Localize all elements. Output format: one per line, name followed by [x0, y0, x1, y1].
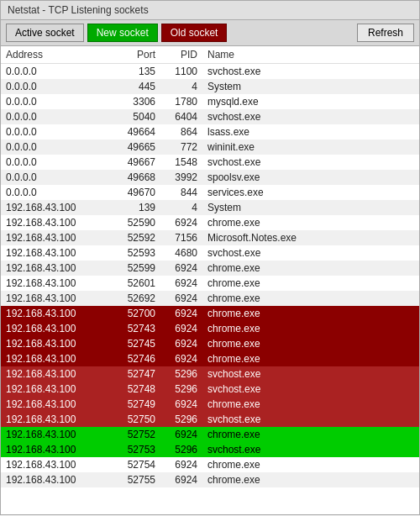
cell-pid: 5296 — [160, 382, 202, 397]
table-row: 192.168.43.100527505296svchost.exe — [1, 412, 419, 427]
cell-address: 192.168.43.100 — [1, 427, 110, 442]
cell-name: svchost.exe — [202, 412, 419, 427]
cell-port: 52753 — [110, 442, 160, 457]
cell-name: svchost.exe — [202, 245, 419, 261]
socket-table: Address Port PID Name 0.0.0.01351100svch… — [1, 46, 419, 487]
cell-pid: 1100 — [160, 64, 202, 80]
new-socket-tab[interactable]: New socket — [87, 24, 158, 42]
cell-pid: 6924 — [160, 291, 202, 306]
cell-pid: 844 — [160, 185, 202, 200]
cell-port: 52750 — [110, 412, 160, 427]
toolbar: Active socket New socket Old socket Refr… — [0, 19, 420, 46]
table-row: 0.0.0.0496671548svchost.exe — [1, 155, 419, 170]
cell-name: svchost.exe — [202, 109, 419, 124]
table-row: 0.0.0.049664864lsass.exe — [1, 124, 419, 140]
table-row: 192.168.43.100527436924chrome.exe — [1, 321, 419, 336]
cell-port: 52754 — [110, 457, 160, 472]
cell-pid: 6404 — [160, 109, 202, 124]
cell-address: 192.168.43.100 — [1, 245, 110, 261]
cell-port: 49670 — [110, 185, 160, 200]
header-pid: PID — [160, 46, 202, 64]
cell-address: 192.168.43.100 — [1, 457, 110, 472]
cell-pid: 5296 — [160, 366, 202, 382]
table-row: 192.168.43.100527475296svchost.exe — [1, 366, 419, 382]
cell-address: 0.0.0.0 — [1, 109, 110, 124]
cell-port: 49665 — [110, 140, 160, 155]
table-row: 0.0.0.033061780mysqld.exe — [1, 94, 419, 109]
cell-name: chrome.exe — [202, 261, 419, 276]
table-row: 192.168.43.100525927156Microsoft.Notes.e… — [1, 230, 419, 245]
header-port: Port — [110, 46, 160, 64]
table-row: 192.168.43.100527456924chrome.exe — [1, 336, 419, 351]
table-row: 192.168.43.100525996924chrome.exe — [1, 261, 419, 276]
cell-name: mysqld.exe — [202, 94, 419, 109]
cell-address: 0.0.0.0 — [1, 155, 110, 170]
old-socket-tab[interactable]: Old socket — [161, 24, 228, 42]
cell-name: chrome.exe — [202, 457, 419, 472]
table-row: 0.0.0.049665772wininit.exe — [1, 140, 419, 155]
cell-address: 192.168.43.100 — [1, 215, 110, 230]
cell-name: services.exe — [202, 185, 419, 200]
cell-port: 52590 — [110, 215, 160, 230]
table-row: 0.0.0.049670844services.exe — [1, 185, 419, 200]
cell-port: 52755 — [110, 472, 160, 487]
cell-name: spoolsv.exe — [202, 170, 419, 185]
table-row: 0.0.0.01351100svchost.exe — [1, 64, 419, 80]
cell-pid: 4680 — [160, 245, 202, 261]
cell-port: 49668 — [110, 170, 160, 185]
cell-port: 52749 — [110, 397, 160, 412]
cell-name: System — [202, 79, 419, 94]
cell-port: 52592 — [110, 230, 160, 245]
header-name: Name — [202, 46, 419, 64]
cell-pid: 1548 — [160, 155, 202, 170]
refresh-button[interactable]: Refresh — [357, 24, 414, 42]
cell-name: wininit.exe — [202, 140, 419, 155]
socket-table-container[interactable]: Address Port PID Name 0.0.0.01351100svch… — [0, 46, 420, 515]
cell-pid: 1780 — [160, 94, 202, 109]
cell-address: 192.168.43.100 — [1, 442, 110, 457]
title-bar: Netstat - TCP Listening sockets — [0, 0, 420, 19]
cell-port: 52692 — [110, 291, 160, 306]
cell-port: 445 — [110, 79, 160, 94]
cell-pid: 864 — [160, 124, 202, 140]
cell-pid: 772 — [160, 140, 202, 155]
cell-name: chrome.exe — [202, 427, 419, 442]
cell-address: 192.168.43.100 — [1, 472, 110, 487]
cell-port: 52601 — [110, 276, 160, 291]
cell-pid: 6924 — [160, 472, 202, 487]
cell-name: chrome.exe — [202, 351, 419, 366]
table-header-row: Address Port PID Name — [1, 46, 419, 64]
cell-address: 0.0.0.0 — [1, 124, 110, 140]
cell-port: 52599 — [110, 261, 160, 276]
table-row: 192.168.43.1001394System — [1, 200, 419, 215]
cell-name: chrome.exe — [202, 306, 419, 321]
cell-name: svchost.exe — [202, 366, 419, 382]
cell-port: 49667 — [110, 155, 160, 170]
cell-pid: 6924 — [160, 321, 202, 336]
cell-address: 192.168.43.100 — [1, 200, 110, 215]
cell-pid: 6924 — [160, 427, 202, 442]
table-row: 192.168.43.100527535296svchost.exe — [1, 442, 419, 457]
active-socket-tab[interactable]: Active socket — [6, 24, 84, 42]
table-body: 0.0.0.01351100svchost.exe0.0.0.04454Syst… — [1, 64, 419, 488]
table-row: 192.168.43.100525906924chrome.exe — [1, 215, 419, 230]
cell-port: 52743 — [110, 321, 160, 336]
cell-address: 0.0.0.0 — [1, 79, 110, 94]
cell-port: 3306 — [110, 94, 160, 109]
cell-port: 52700 — [110, 306, 160, 321]
cell-port: 52746 — [110, 351, 160, 366]
cell-pid: 5296 — [160, 412, 202, 427]
cell-address: 192.168.43.100 — [1, 306, 110, 321]
cell-address: 192.168.43.100 — [1, 261, 110, 276]
cell-address: 192.168.43.100 — [1, 276, 110, 291]
cell-name: svchost.exe — [202, 382, 419, 397]
cell-pid: 6924 — [160, 261, 202, 276]
cell-name: svchost.exe — [202, 155, 419, 170]
cell-name: lsass.exe — [202, 124, 419, 140]
cell-address: 0.0.0.0 — [1, 185, 110, 200]
cell-address: 192.168.43.100 — [1, 351, 110, 366]
cell-address: 192.168.43.100 — [1, 382, 110, 397]
table-row: 0.0.0.04454System — [1, 79, 419, 94]
cell-port: 52747 — [110, 366, 160, 382]
cell-pid: 6924 — [160, 351, 202, 366]
